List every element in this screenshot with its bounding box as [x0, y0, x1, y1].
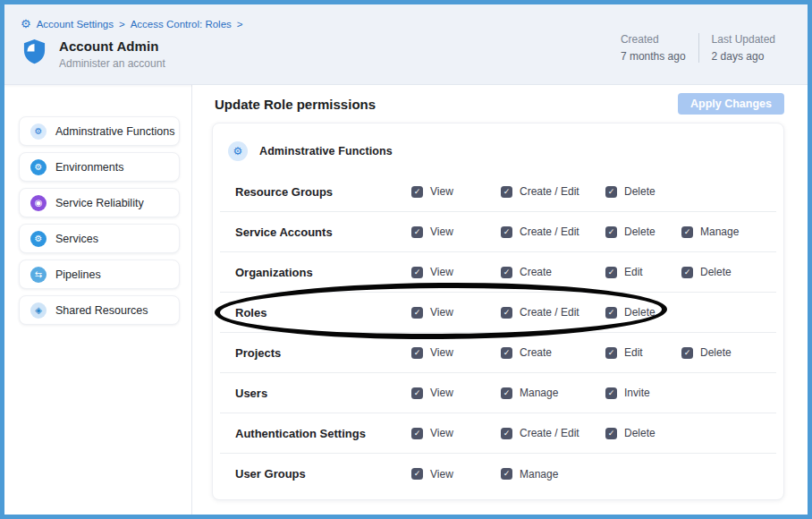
- check-label: Manage: [700, 225, 739, 238]
- resource-label: Projects: [220, 346, 411, 360]
- gear-icon: ⚙: [228, 141, 248, 161]
- sidebar-item-environments[interactable]: ⚙ Environments: [19, 152, 180, 182]
- check-label: Invite: [624, 387, 650, 399]
- resource-label: Roles: [220, 306, 411, 319]
- permission-authentication-settings-create-edit: Create / Edit: [501, 427, 605, 439]
- permission-organizations-view: View: [411, 266, 501, 278]
- permission-authentication-settings-delete: Delete: [605, 427, 681, 439]
- sidebar-item-service-reliability[interactable]: ◉ Service Reliability: [19, 188, 180, 217]
- main-panel-header: Update Role permissions Apply Changes: [192, 85, 808, 123]
- check-label: Create / Edit: [520, 427, 579, 439]
- checkbox-checked-icon[interactable]: [501, 387, 512, 399]
- check-label: Create: [520, 346, 552, 359]
- check-label: View: [430, 306, 453, 319]
- resource-label: Users: [220, 387, 411, 400]
- checkbox-checked-icon[interactable]: [605, 267, 617, 278]
- permission-roles-view: View: [411, 306, 501, 319]
- check-label: Create / Edit: [520, 306, 579, 319]
- breadcrumb-account-settings[interactable]: Account Settings: [37, 19, 114, 30]
- check-label: View: [430, 225, 453, 238]
- sidebar-item-adminstrative-functions[interactable]: ⚙ Adminstrative Functions: [19, 116, 180, 146]
- permission-user-groups-manage: Manage: [501, 468, 605, 481]
- checkbox-checked-icon[interactable]: [501, 267, 512, 278]
- permission-resource-groups-delete: Delete: [605, 185, 681, 198]
- checkbox-checked-icon[interactable]: [605, 387, 617, 399]
- checkbox-checked-icon[interactable]: [411, 186, 423, 198]
- sidebar-item-services[interactable]: ⚙ Services: [19, 224, 180, 253]
- breadcrumb-separator: >: [237, 19, 243, 30]
- check-label: Delete: [624, 185, 656, 198]
- checkbox-checked-icon[interactable]: [501, 428, 512, 439]
- checkbox-checked-icon[interactable]: [501, 468, 512, 480]
- created-label: Created: [621, 33, 686, 46]
- last-updated-label: Last Updated: [712, 33, 775, 46]
- page-subtitle: Administer an account: [59, 57, 165, 70]
- main-panel: Update Role permissions Apply Changes ⚙ …: [192, 85, 808, 515]
- sidebar-item-label: Adminstrative Functions: [55, 125, 174, 138]
- check-label: View: [430, 468, 453, 481]
- created-block: Created 7 months ago: [608, 33, 698, 63]
- check-label: Create / Edit: [520, 185, 579, 198]
- checkbox-checked-icon[interactable]: [501, 307, 512, 319]
- check-label: Delete: [624, 306, 656, 319]
- apply-changes-button[interactable]: Apply Changes: [678, 93, 784, 115]
- checkbox-checked-icon[interactable]: [681, 347, 693, 359]
- checkbox-checked-icon[interactable]: [681, 226, 693, 238]
- service-reliability-icon: ◉: [30, 195, 47, 211]
- breadcrumb-separator: >: [119, 19, 125, 30]
- checkbox-checked-icon[interactable]: [411, 267, 423, 278]
- page-header: ⚙ Account Settings > Access Control: Rol…: [4, 4, 808, 85]
- sidebar-item-pipelines[interactable]: ⇆ Pipelines: [19, 260, 180, 289]
- checkbox-checked-icon[interactable]: [411, 387, 423, 399]
- checkbox-checked-icon[interactable]: [411, 428, 423, 439]
- permission-organizations-edit: Edit: [605, 266, 681, 278]
- shield-icon: [22, 38, 47, 64]
- permission-organizations-delete: Delete: [681, 266, 776, 278]
- checkbox-checked-icon[interactable]: [605, 307, 617, 319]
- resource-label: Service Accounts: [220, 225, 411, 239]
- checkbox-checked-icon[interactable]: [411, 468, 423, 480]
- page: ⚙ Account Settings > Access Control: Rol…: [4, 4, 808, 515]
- checkbox-checked-icon[interactable]: [501, 347, 512, 359]
- permission-row-service-accounts: Service Accounts View Create / Edit Dele…: [220, 212, 776, 252]
- sidebar-item-label: Pipelines: [55, 268, 101, 281]
- permission-row-projects: Projects View Create Edit Delete: [220, 333, 776, 373]
- check-label: View: [430, 387, 453, 399]
- update-role-permissions-title: Update Role permissions: [215, 97, 376, 112]
- sidebar-item-label: Environments: [55, 161, 123, 174]
- permission-service-accounts-delete: Delete: [605, 225, 681, 238]
- gear-icon: ⚙: [21, 18, 31, 30]
- permission-row-users: Users View Manage Invite: [220, 373, 776, 413]
- pipelines-icon: ⇆: [30, 267, 47, 283]
- checkbox-checked-icon[interactable]: [501, 186, 512, 198]
- permission-row-resource-groups: Resource Groups View Create / Edit Delet…: [220, 172, 776, 212]
- checkbox-checked-icon[interactable]: [605, 428, 617, 439]
- checkbox-checked-icon[interactable]: [605, 186, 617, 198]
- check-label: Edit: [624, 266, 643, 278]
- checkbox-checked-icon[interactable]: [605, 347, 617, 359]
- permission-organizations-create: Create: [501, 266, 605, 278]
- permission-row-authentication-settings: Authentication Settings View Create / Ed…: [220, 413, 776, 454]
- permission-authentication-settings-view: View: [411, 427, 501, 439]
- checkbox-checked-icon[interactable]: [411, 347, 423, 359]
- checkbox-checked-icon[interactable]: [411, 307, 423, 319]
- checkbox-checked-icon[interactable]: [605, 226, 617, 238]
- sidebar-item-shared-resources[interactable]: ◈ Shared Resources: [19, 295, 180, 325]
- check-label: Create: [520, 266, 552, 278]
- permission-service-accounts-view: View: [411, 225, 501, 238]
- resource-label: User Groups: [220, 467, 411, 481]
- checkbox-checked-icon[interactable]: [501, 226, 512, 238]
- breadcrumb-access-control-roles[interactable]: Access Control: Roles: [131, 19, 232, 30]
- check-label: Edit: [624, 346, 643, 359]
- permission-resource-groups-create-edit: Create / Edit: [501, 185, 605, 198]
- permission-row-user-groups: User Groups View Manage: [220, 454, 776, 494]
- checkbox-checked-icon[interactable]: [681, 267, 693, 278]
- permission-service-accounts-manage: Manage: [681, 225, 776, 238]
- permission-user-groups-view: View: [411, 468, 501, 481]
- checkbox-checked-icon[interactable]: [411, 226, 423, 238]
- shared-resources-icon: ◈: [30, 302, 47, 319]
- check-label: View: [430, 346, 453, 359]
- sidebar-item-label: Service Reliability: [55, 197, 144, 209]
- permission-category-sidebar: ⚙ Adminstrative Functions ⚙ Environments…: [4, 85, 192, 515]
- check-label: View: [430, 266, 453, 278]
